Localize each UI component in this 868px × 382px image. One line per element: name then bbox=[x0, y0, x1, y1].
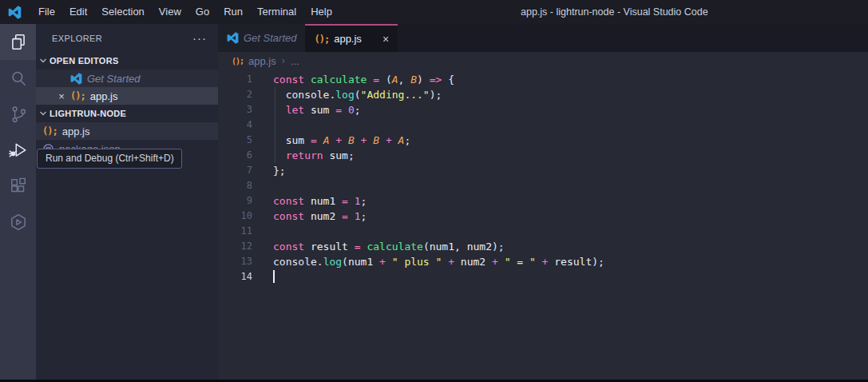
line-number[interactable]: 5 bbox=[218, 133, 252, 148]
line-number[interactable]: 2 bbox=[218, 87, 252, 102]
tab-get-started[interactable]: Get Started bbox=[218, 24, 305, 52]
code-token: num2 bbox=[311, 210, 335, 222]
code-line-10[interactable]: 10const num2 = 1; bbox=[218, 209, 868, 224]
code-line-12[interactable]: 12const result = calculate(num1, num2); bbox=[218, 239, 868, 254]
code-token: ) bbox=[592, 256, 598, 268]
menu-go[interactable]: Go bbox=[188, 0, 216, 24]
indent-guide bbox=[275, 148, 275, 163]
line-content[interactable]: const result = calculate(num1, num2); bbox=[273, 239, 505, 254]
code-token: 0 bbox=[348, 104, 355, 116]
code-token: const bbox=[273, 210, 311, 222]
close-icon[interactable]: × bbox=[56, 90, 67, 102]
line-content[interactable]: console.log(num1 + " plus " + num2 + " =… bbox=[273, 254, 604, 269]
line-content[interactable]: return sum; bbox=[273, 148, 355, 163]
explorer-icon[interactable] bbox=[0, 24, 36, 60]
code-line-8[interactable]: 8 bbox=[218, 178, 868, 193]
code-token: + bbox=[386, 134, 392, 146]
source-control-icon[interactable] bbox=[0, 96, 36, 132]
code-line-3[interactable]: 3 let sum = 0; bbox=[218, 102, 868, 117]
line-number[interactable]: 6 bbox=[218, 148, 252, 163]
tab-app-js[interactable]: ();app.js× bbox=[305, 24, 398, 52]
code-line-11[interactable]: 11 bbox=[218, 224, 868, 239]
menu-run[interactable]: Run bbox=[216, 0, 250, 24]
breadcrumb-more[interactable]: ... bbox=[291, 55, 299, 67]
code-line-14[interactable]: 14 bbox=[218, 269, 868, 285]
code-line-13[interactable]: 13console.log(num1 + " plus " + num2 + "… bbox=[218, 254, 868, 269]
line-content[interactable]: }; bbox=[273, 163, 286, 178]
code-token: num1 bbox=[430, 241, 454, 253]
section-header-lightrun-node[interactable]: LIGHTRUN-NODE bbox=[36, 105, 218, 122]
extensions-icon[interactable] bbox=[0, 168, 36, 204]
code-token: ; bbox=[361, 195, 367, 207]
code-token: B bbox=[348, 134, 355, 146]
menu-terminal[interactable]: Terminal bbox=[250, 0, 303, 24]
code-line-4[interactable]: 4 bbox=[218, 117, 868, 133]
line-content[interactable]: let sum = 0; bbox=[273, 102, 361, 117]
list-item-app-js[interactable]: ();app.js bbox=[36, 122, 218, 140]
menu-help[interactable]: Help bbox=[303, 0, 339, 24]
code-token: num2 bbox=[467, 241, 492, 253]
menu-file[interactable]: File bbox=[31, 0, 62, 24]
line-number[interactable]: 3 bbox=[218, 102, 252, 117]
line-number[interactable]: 12 bbox=[218, 239, 252, 254]
code-editor[interactable]: 1const calculate = (A, B) => {2 console.… bbox=[218, 70, 868, 380]
code-token: = bbox=[335, 104, 342, 116]
code-token: ( bbox=[386, 74, 392, 86]
code-line-9[interactable]: 9const num1 = 1; bbox=[218, 193, 868, 209]
code-line-5[interactable]: 5 sum = A + B + B + A; bbox=[218, 133, 868, 148]
list-item-app-js[interactable]: ×();app.js bbox=[36, 87, 218, 105]
line-content[interactable]: const num1 = 1; bbox=[273, 193, 367, 209]
code-token bbox=[442, 256, 448, 268]
close-icon[interactable]: × bbox=[382, 33, 389, 46]
more-actions-icon[interactable]: ··· bbox=[192, 24, 207, 53]
line-number[interactable]: 14 bbox=[218, 269, 252, 285]
lightrun-icon[interactable] bbox=[0, 204, 36, 240]
line-content[interactable]: console.log("Adding..."); bbox=[273, 87, 442, 102]
line-number[interactable]: 8 bbox=[218, 178, 252, 193]
code-token: result bbox=[311, 241, 348, 253]
code-token bbox=[317, 134, 323, 146]
window-title: app.js - lightrun-node - Visual Studio C… bbox=[521, 0, 708, 24]
code-token: ; bbox=[404, 134, 410, 146]
breadcrumb-file[interactable]: app.js bbox=[248, 55, 276, 67]
code-token: console bbox=[273, 256, 317, 268]
code-token: A bbox=[392, 74, 398, 86]
code-token bbox=[348, 210, 355, 222]
line-number[interactable]: 7 bbox=[218, 163, 252, 178]
vscode-file-icon bbox=[227, 32, 239, 44]
indent-guide bbox=[275, 133, 275, 148]
line-content[interactable]: sum = A + B + B + A; bbox=[273, 133, 410, 148]
run-debug-tooltip: Run and Debug (Ctrl+Shift+D) bbox=[37, 149, 182, 169]
line-number[interactable]: 13 bbox=[218, 254, 252, 269]
list-item-label: app.js bbox=[90, 90, 118, 102]
code-token bbox=[335, 210, 342, 222]
code-token: ) bbox=[430, 89, 436, 101]
line-number[interactable]: 11 bbox=[218, 224, 252, 239]
code-token: 1 bbox=[355, 210, 361, 222]
line-content[interactable]: const calculate = (A, B) => { bbox=[273, 72, 454, 87]
code-token: sum bbox=[329, 149, 347, 161]
menu-view[interactable]: View bbox=[152, 0, 188, 24]
code-line-6[interactable]: 6 return sum; bbox=[218, 148, 868, 163]
line-number[interactable]: 1 bbox=[218, 72, 252, 87]
line-number[interactable]: 9 bbox=[218, 193, 252, 209]
breadcrumb[interactable]: (); app.js › ... bbox=[218, 52, 868, 70]
line-number[interactable]: 4 bbox=[218, 117, 252, 133]
vscode-file-icon bbox=[70, 73, 82, 85]
section-header-open-editors[interactable]: OPEN EDITORS bbox=[36, 52, 218, 70]
code-line-2[interactable]: 2 console.log("Adding..."); bbox=[218, 87, 868, 102]
code-token bbox=[373, 256, 379, 268]
menu-selection[interactable]: Selection bbox=[94, 0, 151, 24]
search-icon[interactable] bbox=[0, 60, 36, 96]
code-token bbox=[348, 241, 355, 253]
code-line-7[interactable]: 7}; bbox=[218, 163, 868, 178]
code-line-1[interactable]: 1const calculate = (A, B) => { bbox=[218, 72, 868, 87]
code-token: ; bbox=[598, 256, 604, 268]
line-number[interactable]: 10 bbox=[218, 209, 252, 224]
line-content[interactable]: const num2 = 1; bbox=[273, 209, 367, 224]
run-debug-icon[interactable] bbox=[0, 132, 36, 168]
code-token: sum bbox=[311, 104, 329, 116]
list-item-get-started[interactable]: Get Started bbox=[36, 70, 218, 87]
sidebar-title: EXPLORER ··· bbox=[36, 24, 218, 52]
menu-edit[interactable]: Edit bbox=[62, 0, 94, 24]
